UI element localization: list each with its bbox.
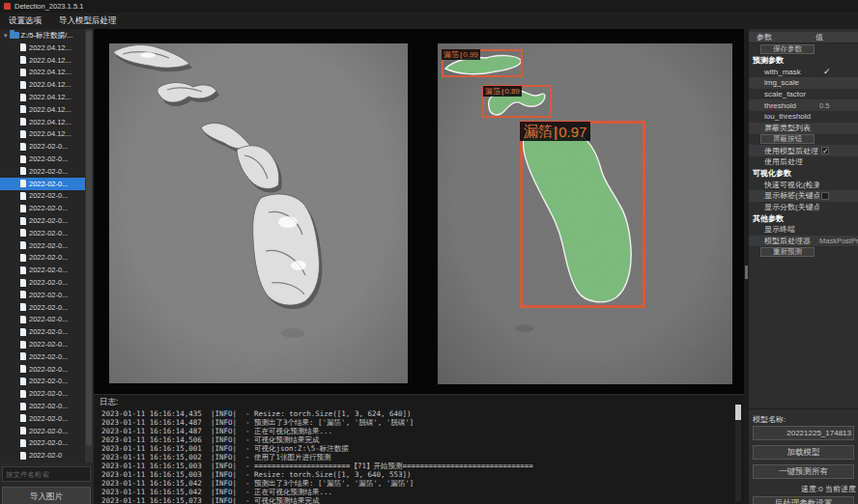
checkbox[interactable] — [821, 192, 829, 200]
param-row[interactable]: 快速可视化(检测) — [749, 179, 858, 190]
param-button[interactable]: 屏蔽按钮 — [760, 134, 815, 144]
scrollbar-thumb[interactable] — [86, 31, 92, 446]
model-name-field[interactable]: 20221225_174813 — [753, 426, 854, 440]
file-item[interactable]: 2022-02-0... — [0, 387, 85, 400]
load-model-button[interactable]: 加载模型 — [753, 445, 854, 460]
file-item[interactable]: 2022.04.12... — [0, 116, 85, 128]
file-icon — [20, 155, 26, 163]
log-line: 2023-01-11 16:16:15,001 |INFO| - 可视化json… — [94, 444, 744, 453]
file-item[interactable]: 2022-02-0... — [0, 363, 85, 376]
menu-settings[interactable]: 设置选项 — [9, 15, 42, 27]
file-item[interactable]: 2022-02-0... — [0, 276, 85, 289]
file-icon — [20, 167, 26, 175]
postprocess-params-button[interactable]: 后处理参数设置 — [753, 496, 854, 504]
file-item[interactable]: 2022.04.12... — [0, 78, 85, 91]
file-item-label: 2022-02-0... — [29, 167, 68, 176]
file-icon — [20, 452, 26, 460]
file-item[interactable]: 2022-02-0... — [0, 301, 85, 314]
file-item-label: 2022.04.12... — [29, 56, 72, 65]
file-item[interactable]: 2022-02-0... — [0, 165, 85, 178]
window-title: Detection_2023.1.5.1 — [14, 2, 83, 11]
param-row[interactable]: 显示分数(关键点) — [749, 202, 858, 213]
file-item[interactable]: 2022.04.12... — [0, 91, 85, 103]
file-item-label: 2022-02-0... — [29, 216, 68, 225]
checkbox[interactable]: ✓ — [821, 147, 829, 154]
file-icon — [20, 365, 26, 373]
file-item[interactable]: 2022-02-0... — [0, 325, 85, 338]
file-item[interactable]: 2022-02-0... — [0, 264, 85, 276]
param-row[interactable]: with_mask✓ — [749, 66, 858, 77]
param-row[interactable]: 模型后处理器MaskPostPro — [749, 236, 858, 247]
log-line: 2023-01-11 16:16:14,487 |INFO| - 预测出了3个结… — [94, 418, 744, 427]
file-icon — [20, 180, 26, 187]
file-item[interactable]: 2022-02-0... — [0, 227, 85, 239]
file-item[interactable]: 2022-02-0... — [0, 425, 85, 437]
source-image-panel[interactable] — [109, 43, 408, 383]
file-item[interactable]: 2022-02-0... — [0, 190, 85, 203]
filename-search-input[interactable] — [2, 466, 91, 482]
scrollbar-thumb[interactable] — [735, 405, 741, 420]
file-item[interactable]: 2022-02-0... — [0, 252, 85, 265]
file-item[interactable]: 2022-02-0... — [0, 153, 85, 165]
log-line: 2023-01-11 16:16:15,042 |INFO| - 正在可视化预测… — [94, 488, 744, 496]
param-label: 快速可视化(检测) — [749, 180, 819, 190]
file-item[interactable]: 2022-02-0 — [0, 449, 85, 462]
param-row[interactable]: 显示终端 — [749, 224, 858, 236]
file-item[interactable]: 2022-02-0... — [0, 239, 85, 252]
log-panel: 日志: 2023-01-11 16:16:14,435 |INFO| - Res… — [94, 394, 744, 504]
file-item[interactable]: 2022-02-0... — [0, 376, 85, 388]
param-label: 显示标签(关键点) — [749, 190, 819, 201]
sidebar: ▾ Z:/5-标注数据/... 2022.04.12...2022.04.12.… — [0, 29, 94, 504]
param-button[interactable]: 保存参数 — [760, 44, 815, 54]
file-item[interactable]: 2022-02-0... — [0, 314, 85, 326]
file-item-label: 2022-02-0... — [29, 303, 68, 312]
file-item[interactable]: 2022-02-0... — [0, 400, 85, 412]
file-item[interactable]: 2022-02-0... — [0, 289, 85, 301]
menu-import-model-postprocess[interactable]: 导入模型后处理 — [59, 15, 117, 27]
file-icon — [20, 217, 26, 225]
file-item[interactable]: 2022.04.12... — [0, 54, 85, 67]
file-icon — [20, 81, 26, 89]
predict-all-button[interactable]: 一键预测所有 — [753, 464, 854, 479]
file-item[interactable]: 2022-02-0... — [0, 140, 85, 153]
param-row[interactable]: iou_threshold — [749, 111, 858, 123]
file-item[interactable]: 2022.04.12... — [0, 67, 85, 79]
file-item[interactable]: 2022.04.12... — [0, 42, 85, 54]
param-section-header: 预测参数 — [749, 55, 858, 67]
file-item[interactable]: 2022-02-0... — [0, 412, 85, 425]
file-icon — [20, 328, 26, 336]
file-item-label: 2022-02-0... — [29, 377, 68, 385]
detection-class: 漏箔 — [524, 123, 553, 141]
file-item[interactable]: 2022-02-0... — [0, 350, 85, 363]
prediction-image-panel[interactable]: 漏箔|0.99 漏箔|0.89 漏箔|0.97 — [438, 43, 732, 384]
file-item-label: 2022-02-0... — [29, 253, 68, 262]
file-item[interactable]: 2022-02-0... — [0, 338, 85, 350]
param-row[interactable]: 屏蔽类型列表 — [749, 123, 858, 134]
file-item-label: 2022-02-0... — [29, 389, 68, 398]
param-row[interactable]: threshold0.5 — [749, 99, 858, 111]
file-tree-scrollbar[interactable] — [85, 29, 93, 462]
file-item[interactable]: 2022-02-0... — [0, 202, 85, 214]
file-item-label: 2022-02-0... — [29, 414, 68, 423]
param-row[interactable]: 使用模型后处理✓ — [749, 145, 858, 156]
param-row[interactable]: img_scale — [749, 77, 858, 89]
params-table-header: 参数 值 — [749, 32, 858, 43]
file-item[interactable]: 2022.04.12... — [0, 128, 85, 141]
file-icon — [20, 105, 26, 113]
file-item[interactable]: 2022.04.12... — [0, 103, 85, 116]
file-icon — [20, 229, 26, 237]
param-button[interactable]: 重新预测 — [760, 247, 815, 257]
import-images-button[interactable]: 导入图片 — [2, 487, 91, 504]
tree-root-folder[interactable]: ▾ Z:/5-标注数据/... — [0, 29, 85, 42]
file-item[interactable]: 2022-02-0... — [0, 214, 85, 227]
file-item-label: 2022-02-0... — [29, 241, 68, 250]
log-scrollbar[interactable] — [735, 405, 741, 501]
param-row[interactable]: 显示标签(关键点) — [749, 190, 858, 202]
file-icon — [20, 378, 26, 385]
file-item-label: 2022-02-0... — [29, 352, 68, 361]
file-icon — [20, 427, 26, 434]
param-row[interactable]: 使用后处理 — [749, 156, 858, 168]
file-item[interactable]: 2022-02-0... — [0, 437, 85, 450]
param-row[interactable]: scale_factor — [749, 89, 858, 100]
file-item[interactable]: 2022-02-0... — [0, 178, 85, 190]
